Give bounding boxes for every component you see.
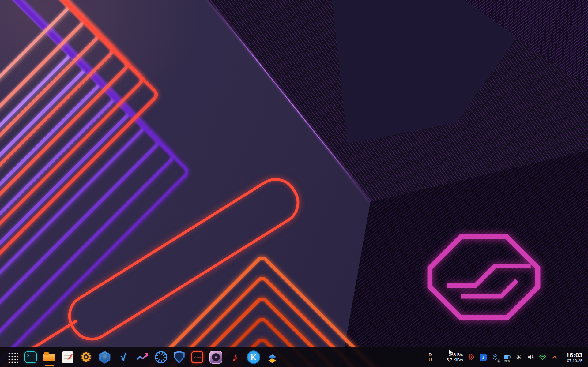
chart-app-icon[interactable] <box>136 351 149 364</box>
media-app-glyph: ▼ <box>214 355 218 359</box>
kde-app-glyph: K <box>251 354 256 361</box>
file-manager-icon[interactable] <box>43 351 56 364</box>
net-up-value: 5,7 KiB/s <box>447 358 463 362</box>
network-upload-row: U 5,7 KiB/s <box>429 358 463 362</box>
app-launcher-button[interactable] <box>7 352 18 363</box>
clock-time: 16:03 <box>566 352 582 358</box>
waveform-app-icon[interactable]: √ <box>117 351 130 364</box>
speaker-glyph <box>527 354 534 361</box>
jdownloader-tray-icon[interactable]: J <box>480 354 487 361</box>
terminal-icon[interactable]: >_ <box>24 351 37 363</box>
settings-icon[interactable]: ⚙ <box>80 351 92 364</box>
kde-app-icon[interactable]: K <box>247 351 260 363</box>
music-app-icon[interactable]: ♪ <box>228 351 241 364</box>
clock-date: 07.10.25 <box>567 359 582 363</box>
network-monitor[interactable]: D 388 B/s U 5,7 KiB/s <box>429 353 463 362</box>
jdownloader-glyph: J <box>482 355 484 360</box>
layers-app-icon[interactable] <box>266 351 279 364</box>
bluetooth-glyph <box>492 354 497 361</box>
tray-expander-icon[interactable] <box>551 353 558 361</box>
waveform-app-glyph: √ <box>121 352 126 362</box>
battery-percent: 70 % <box>503 359 510 362</box>
hexagon-app-icon[interactable] <box>99 351 111 364</box>
music-app-glyph: ♪ <box>232 352 238 363</box>
bluetooth-icon[interactable]: 1 <box>491 353 499 361</box>
battery-icon[interactable]: 70 % <box>503 353 511 361</box>
volume-icon[interactable] <box>527 353 534 361</box>
gauge-app-icon[interactable] <box>155 351 167 363</box>
taskbar-apps: >_⚙√▼♪K <box>24 351 279 364</box>
net-up-label: U <box>429 358 432 362</box>
wifi-glyph <box>539 354 546 360</box>
mouse-cursor <box>448 349 455 357</box>
net-down-label: D <box>429 353 432 357</box>
update-notifier-icon[interactable] <box>468 353 475 361</box>
text-editor-icon[interactable] <box>62 351 74 363</box>
network-download-row: D 388 B/s <box>429 353 463 357</box>
system-monitor-icon[interactable] <box>191 351 203 363</box>
terminal-glyph: >_ <box>27 353 32 358</box>
media-app-icon[interactable]: ▼ <box>209 351 222 364</box>
garuda-logo <box>425 233 543 322</box>
clock[interactable]: 16:03 07.10.25 <box>563 352 582 363</box>
settings-glyph: ⚙ <box>80 351 92 364</box>
brightness-icon[interactable] <box>515 353 522 361</box>
taskbar: >_⚙√▼♪K D 388 B/s U 5,7 KiB/s J 1 70 % <box>0 347 588 367</box>
bluetooth-badge: 1 <box>497 359 500 363</box>
battery-glyph <box>504 355 510 359</box>
wifi-icon[interactable] <box>539 353 546 361</box>
chevron-up-glyph <box>552 355 558 359</box>
active-indicator <box>45 365 54 366</box>
shield-app-icon[interactable] <box>173 351 185 364</box>
